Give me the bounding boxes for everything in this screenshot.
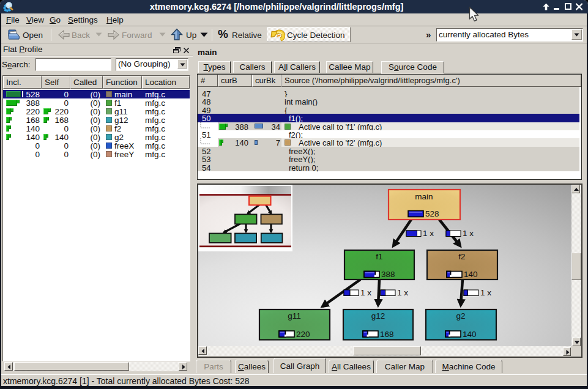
svg-text:f2: f2 <box>458 252 465 261</box>
svg-text:1 x: 1 x <box>397 288 408 297</box>
svg-text:g12: g12 <box>371 311 385 320</box>
svg-text:1 x: 1 x <box>360 288 371 297</box>
svg-text:g11: g11 <box>288 311 301 320</box>
svg-text:140: 140 <box>463 330 477 339</box>
svg-text:140: 140 <box>464 270 478 279</box>
svg-text:g2: g2 <box>456 311 465 320</box>
svg-text:528: 528 <box>425 209 439 218</box>
svg-text:220: 220 <box>296 330 310 339</box>
svg-text:168: 168 <box>380 330 394 339</box>
svg-text:1 x: 1 x <box>423 229 434 238</box>
svg-text:1 x: 1 x <box>480 288 491 297</box>
svg-text:f1: f1 <box>376 252 382 261</box>
svg-text:388: 388 <box>381 270 395 279</box>
svg-text:1 x: 1 x <box>463 229 474 238</box>
svg-text:main: main <box>415 192 433 201</box>
